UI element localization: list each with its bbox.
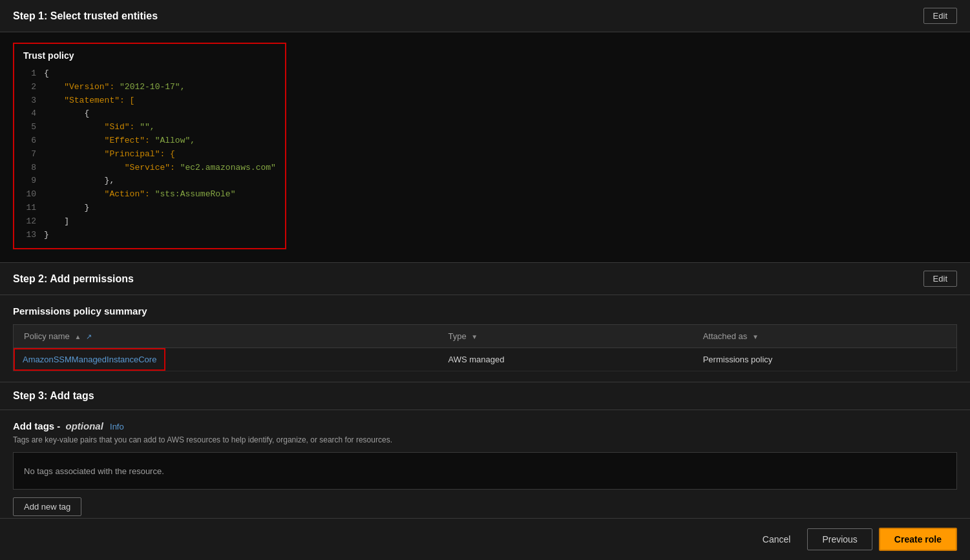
policy-attached-cell: Permissions policy (693, 348, 957, 371)
policy-name-cell: AmazonSSMManagedInstanceCore (14, 348, 438, 371)
code-line-12: 12 ] (23, 215, 276, 229)
step2-header: Step 2: Add permissions Edit (0, 263, 970, 295)
step1-edit-button[interactable]: Edit (923, 8, 957, 24)
th-attached-as: Attached as ▼ (693, 325, 957, 348)
step1-header: Step 1: Select trusted entities Edit (0, 0, 970, 32)
step1-title: Step 1: Select trusted entities (13, 10, 158, 22)
step3-header: Step 3: Add tags (0, 382, 970, 410)
code-line-5: 5 "Sid": "", (23, 121, 276, 134)
code-line-4: 4 { (23, 107, 276, 121)
th-policy-name: Policy name ▲ ↗ (14, 325, 438, 348)
tags-description: Tags are key-value pairs that you can ad… (13, 435, 957, 444)
info-link[interactable]: Info (110, 422, 124, 431)
permissions-summary-title: Permissions policy summary (13, 306, 957, 316)
policy-type-cell: AWS managed (438, 348, 693, 371)
permissions-summary-section: Permissions policy summary Policy name ▲… (0, 295, 970, 382)
previous-button[interactable]: Previous (807, 528, 872, 550)
cancel-button[interactable]: Cancel (752, 529, 801, 550)
footer-bar: Cancel Previous Create role (0, 518, 970, 560)
sort-down-icon-type: ▼ (471, 333, 478, 340)
step3-section: Step 3: Add tags Add tags - optional Inf… (0, 382, 970, 541)
trust-policy-box: Trust policy 1 { 2 "Version": "2012-10-1… (13, 43, 286, 249)
sort-down-icon-attached: ▼ (752, 333, 759, 340)
code-line-10: 10 "Action": "sts:AssumeRole" (23, 188, 276, 202)
th-type: Type ▼ (438, 325, 693, 348)
code-line-6: 6 "Effect": "Allow", (23, 134, 276, 148)
add-tags-title-row: Add tags - optional Info (13, 420, 957, 431)
step2-section: Step 2: Add permissions Edit Permissions… (0, 263, 970, 382)
code-line-7: 7 "Principal": { (23, 148, 276, 161)
add-new-tag-button[interactable]: Add new tag (13, 497, 81, 516)
page-wrapper: Step 1: Select trusted entities Edit Tru… (0, 0, 970, 560)
code-line-13: 13 } (23, 229, 276, 242)
code-line-11: 11 } (23, 202, 276, 215)
external-link-icon: ↗ (86, 333, 92, 340)
no-tags-text: No tags associated with the resource. (24, 466, 164, 476)
code-line-1: 1 { (23, 67, 276, 81)
no-tags-box: No tags associated with the resource. (13, 452, 957, 490)
create-role-button[interactable]: Create role (879, 528, 957, 551)
step2-edit-button[interactable]: Edit (923, 271, 957, 287)
code-block: 1 { 2 "Version": "2012-10-17", 3 "Statem… (23, 67, 276, 242)
code-line-9: 9 }, (23, 174, 276, 188)
code-line-8: 8 "Service": "ec2.amazonaws.com" (23, 161, 276, 175)
step2-title: Step 2: Add permissions (13, 273, 134, 285)
add-tags-title: Add tags - optional (13, 420, 106, 431)
trust-policy-label: Trust policy (23, 50, 276, 61)
policy-name-link[interactable]: AmazonSSMManagedInstanceCore (23, 355, 156, 364)
table-row: AmazonSSMManagedInstanceCore AWS managed… (14, 348, 957, 371)
step3-title: Step 3: Add tags (13, 390, 94, 401)
sort-up-icon: ▲ (74, 333, 81, 340)
table-header-row: Policy name ▲ ↗ Type ▼ Attached as ▼ (14, 325, 957, 348)
code-line-2: 2 "Version": "2012-10-17", (23, 81, 276, 94)
permissions-table: Policy name ▲ ↗ Type ▼ Attached as ▼ (13, 324, 957, 371)
code-line-3: 3 "Statement": [ (23, 94, 276, 108)
trust-policy-section: Trust policy 1 { 2 "Version": "2012-10-1… (0, 32, 970, 263)
